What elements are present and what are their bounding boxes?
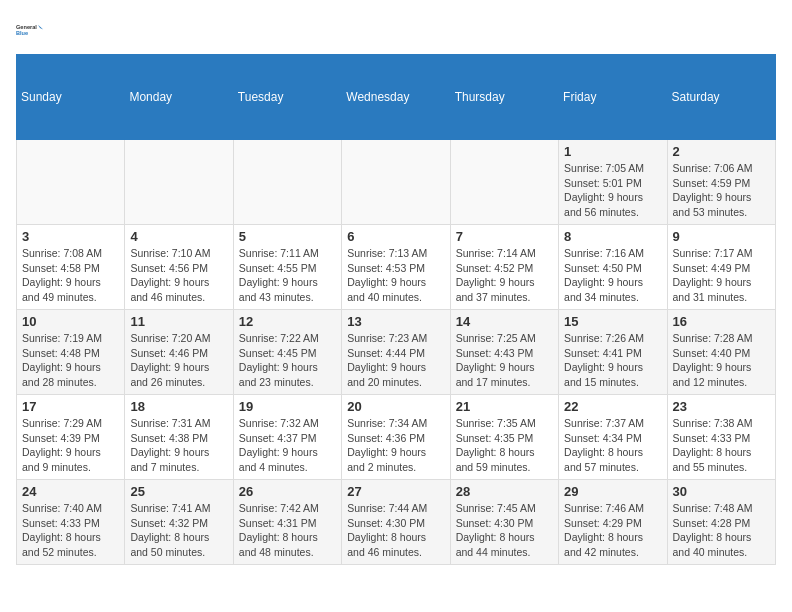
calendar-cell: 24Sunrise: 7:40 AM Sunset: 4:33 PM Dayli… bbox=[17, 480, 125, 565]
day-number: 29 bbox=[564, 484, 661, 499]
calendar-cell: 26Sunrise: 7:42 AM Sunset: 4:31 PM Dayli… bbox=[233, 480, 341, 565]
day-info: Sunrise: 7:05 AM Sunset: 5:01 PM Dayligh… bbox=[564, 161, 661, 220]
weekday-header: Friday bbox=[559, 55, 667, 140]
calendar-cell: 16Sunrise: 7:28 AM Sunset: 4:40 PM Dayli… bbox=[667, 310, 775, 395]
day-info: Sunrise: 7:23 AM Sunset: 4:44 PM Dayligh… bbox=[347, 331, 444, 390]
calendar-cell: 23Sunrise: 7:38 AM Sunset: 4:33 PM Dayli… bbox=[667, 395, 775, 480]
day-info: Sunrise: 7:17 AM Sunset: 4:49 PM Dayligh… bbox=[673, 246, 770, 305]
day-number: 28 bbox=[456, 484, 553, 499]
day-number: 9 bbox=[673, 229, 770, 244]
day-number: 20 bbox=[347, 399, 444, 414]
calendar-cell: 13Sunrise: 7:23 AM Sunset: 4:44 PM Dayli… bbox=[342, 310, 450, 395]
day-number: 19 bbox=[239, 399, 336, 414]
day-number: 18 bbox=[130, 399, 227, 414]
calendar-cell: 8Sunrise: 7:16 AM Sunset: 4:50 PM Daylig… bbox=[559, 225, 667, 310]
calendar-cell: 9Sunrise: 7:17 AM Sunset: 4:49 PM Daylig… bbox=[667, 225, 775, 310]
day-number: 11 bbox=[130, 314, 227, 329]
calendar-cell: 18Sunrise: 7:31 AM Sunset: 4:38 PM Dayli… bbox=[125, 395, 233, 480]
day-number: 30 bbox=[673, 484, 770, 499]
day-info: Sunrise: 7:29 AM Sunset: 4:39 PM Dayligh… bbox=[22, 416, 119, 475]
day-number: 22 bbox=[564, 399, 661, 414]
svg-text:General: General bbox=[16, 24, 37, 30]
calendar-cell: 4Sunrise: 7:10 AM Sunset: 4:56 PM Daylig… bbox=[125, 225, 233, 310]
day-info: Sunrise: 7:20 AM Sunset: 4:46 PM Dayligh… bbox=[130, 331, 227, 390]
weekday-header: Wednesday bbox=[342, 55, 450, 140]
weekday-header: Thursday bbox=[450, 55, 558, 140]
weekday-header: Sunday bbox=[17, 55, 125, 140]
day-number: 7 bbox=[456, 229, 553, 244]
calendar-table: SundayMondayTuesdayWednesdayThursdayFrid… bbox=[16, 54, 776, 565]
day-info: Sunrise: 7:08 AM Sunset: 4:58 PM Dayligh… bbox=[22, 246, 119, 305]
day-info: Sunrise: 7:26 AM Sunset: 4:41 PM Dayligh… bbox=[564, 331, 661, 390]
weekday-header: Tuesday bbox=[233, 55, 341, 140]
day-info: Sunrise: 7:46 AM Sunset: 4:29 PM Dayligh… bbox=[564, 501, 661, 560]
day-info: Sunrise: 7:31 AM Sunset: 4:38 PM Dayligh… bbox=[130, 416, 227, 475]
calendar-cell: 30Sunrise: 7:48 AM Sunset: 4:28 PM Dayli… bbox=[667, 480, 775, 565]
day-info: Sunrise: 7:19 AM Sunset: 4:48 PM Dayligh… bbox=[22, 331, 119, 390]
calendar-cell bbox=[233, 140, 341, 225]
day-number: 16 bbox=[673, 314, 770, 329]
day-number: 8 bbox=[564, 229, 661, 244]
calendar-cell: 3Sunrise: 7:08 AM Sunset: 4:58 PM Daylig… bbox=[17, 225, 125, 310]
logo: GeneralBlue bbox=[16, 16, 44, 44]
day-info: Sunrise: 7:25 AM Sunset: 4:43 PM Dayligh… bbox=[456, 331, 553, 390]
day-info: Sunrise: 7:11 AM Sunset: 4:55 PM Dayligh… bbox=[239, 246, 336, 305]
day-info: Sunrise: 7:13 AM Sunset: 4:53 PM Dayligh… bbox=[347, 246, 444, 305]
day-number: 2 bbox=[673, 144, 770, 159]
svg-marker-2 bbox=[38, 25, 43, 30]
day-number: 12 bbox=[239, 314, 336, 329]
day-info: Sunrise: 7:34 AM Sunset: 4:36 PM Dayligh… bbox=[347, 416, 444, 475]
calendar-cell: 21Sunrise: 7:35 AM Sunset: 4:35 PM Dayli… bbox=[450, 395, 558, 480]
calendar-cell bbox=[17, 140, 125, 225]
calendar-week-row: 24Sunrise: 7:40 AM Sunset: 4:33 PM Dayli… bbox=[17, 480, 776, 565]
calendar-cell: 28Sunrise: 7:45 AM Sunset: 4:30 PM Dayli… bbox=[450, 480, 558, 565]
day-info: Sunrise: 7:42 AM Sunset: 4:31 PM Dayligh… bbox=[239, 501, 336, 560]
day-info: Sunrise: 7:48 AM Sunset: 4:28 PM Dayligh… bbox=[673, 501, 770, 560]
calendar-cell: 14Sunrise: 7:25 AM Sunset: 4:43 PM Dayli… bbox=[450, 310, 558, 395]
day-info: Sunrise: 7:16 AM Sunset: 4:50 PM Dayligh… bbox=[564, 246, 661, 305]
calendar-cell: 17Sunrise: 7:29 AM Sunset: 4:39 PM Dayli… bbox=[17, 395, 125, 480]
calendar-cell: 15Sunrise: 7:26 AM Sunset: 4:41 PM Dayli… bbox=[559, 310, 667, 395]
day-number: 23 bbox=[673, 399, 770, 414]
calendar-cell: 12Sunrise: 7:22 AM Sunset: 4:45 PM Dayli… bbox=[233, 310, 341, 395]
day-number: 14 bbox=[456, 314, 553, 329]
calendar-cell: 10Sunrise: 7:19 AM Sunset: 4:48 PM Dayli… bbox=[17, 310, 125, 395]
calendar-cell bbox=[125, 140, 233, 225]
calendar-week-row: 1Sunrise: 7:05 AM Sunset: 5:01 PM Daylig… bbox=[17, 140, 776, 225]
day-info: Sunrise: 7:40 AM Sunset: 4:33 PM Dayligh… bbox=[22, 501, 119, 560]
calendar-header-row: SundayMondayTuesdayWednesdayThursdayFrid… bbox=[17, 55, 776, 140]
day-number: 26 bbox=[239, 484, 336, 499]
calendar-week-row: 17Sunrise: 7:29 AM Sunset: 4:39 PM Dayli… bbox=[17, 395, 776, 480]
day-number: 4 bbox=[130, 229, 227, 244]
day-info: Sunrise: 7:10 AM Sunset: 4:56 PM Dayligh… bbox=[130, 246, 227, 305]
calendar-cell: 29Sunrise: 7:46 AM Sunset: 4:29 PM Dayli… bbox=[559, 480, 667, 565]
weekday-header: Saturday bbox=[667, 55, 775, 140]
page-header: GeneralBlue bbox=[16, 16, 776, 44]
calendar-cell: 20Sunrise: 7:34 AM Sunset: 4:36 PM Dayli… bbox=[342, 395, 450, 480]
day-number: 5 bbox=[239, 229, 336, 244]
day-number: 24 bbox=[22, 484, 119, 499]
day-info: Sunrise: 7:28 AM Sunset: 4:40 PM Dayligh… bbox=[673, 331, 770, 390]
calendar-cell: 25Sunrise: 7:41 AM Sunset: 4:32 PM Dayli… bbox=[125, 480, 233, 565]
day-number: 17 bbox=[22, 399, 119, 414]
day-number: 25 bbox=[130, 484, 227, 499]
day-info: Sunrise: 7:44 AM Sunset: 4:30 PM Dayligh… bbox=[347, 501, 444, 560]
day-number: 21 bbox=[456, 399, 553, 414]
day-number: 1 bbox=[564, 144, 661, 159]
calendar-cell: 19Sunrise: 7:32 AM Sunset: 4:37 PM Dayli… bbox=[233, 395, 341, 480]
logo-icon: GeneralBlue bbox=[16, 16, 44, 44]
calendar-cell: 27Sunrise: 7:44 AM Sunset: 4:30 PM Dayli… bbox=[342, 480, 450, 565]
day-info: Sunrise: 7:38 AM Sunset: 4:33 PM Dayligh… bbox=[673, 416, 770, 475]
day-info: Sunrise: 7:45 AM Sunset: 4:30 PM Dayligh… bbox=[456, 501, 553, 560]
calendar-cell: 22Sunrise: 7:37 AM Sunset: 4:34 PM Dayli… bbox=[559, 395, 667, 480]
day-info: Sunrise: 7:35 AM Sunset: 4:35 PM Dayligh… bbox=[456, 416, 553, 475]
day-info: Sunrise: 7:22 AM Sunset: 4:45 PM Dayligh… bbox=[239, 331, 336, 390]
day-number: 27 bbox=[347, 484, 444, 499]
calendar-cell: 5Sunrise: 7:11 AM Sunset: 4:55 PM Daylig… bbox=[233, 225, 341, 310]
weekday-header: Monday bbox=[125, 55, 233, 140]
day-number: 15 bbox=[564, 314, 661, 329]
day-number: 6 bbox=[347, 229, 444, 244]
calendar-cell: 11Sunrise: 7:20 AM Sunset: 4:46 PM Dayli… bbox=[125, 310, 233, 395]
calendar-cell bbox=[450, 140, 558, 225]
calendar-cell: 1Sunrise: 7:05 AM Sunset: 5:01 PM Daylig… bbox=[559, 140, 667, 225]
